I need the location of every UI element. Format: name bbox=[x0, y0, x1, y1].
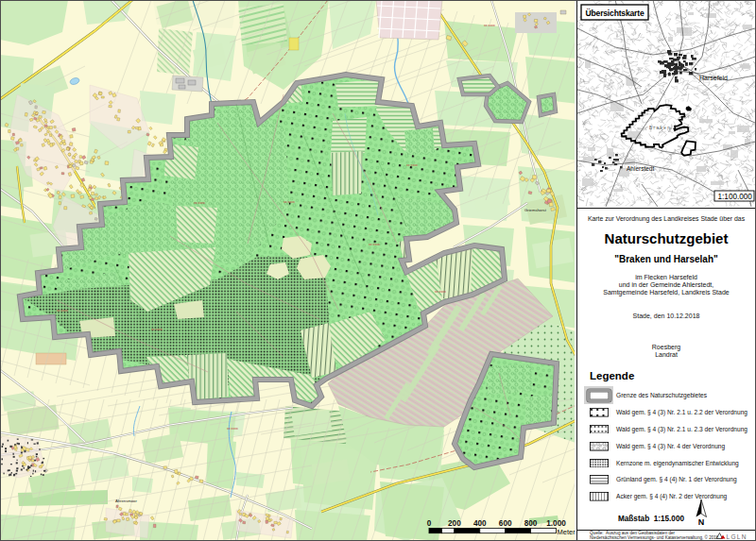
svg-text:xx xxxx: xx xxxx bbox=[369, 243, 380, 246]
svg-text:400: 400 bbox=[473, 519, 487, 528]
svg-text:xx xxxx: xx xxxx bbox=[406, 163, 418, 167]
svg-text:xx xxxx: xx xxxx bbox=[57, 309, 68, 313]
svg-text:Übersichtskarte: Übersichtskarte bbox=[586, 8, 644, 18]
svg-text:Meter: Meter bbox=[558, 528, 576, 536]
svg-text:1:100.000: 1:100.000 bbox=[718, 193, 753, 201]
svg-text:Braken: Braken bbox=[649, 126, 671, 130]
svg-text:Harsefeld: Harsefeld bbox=[699, 75, 728, 81]
svg-text:Ahlerstedt: Ahlerstedt bbox=[627, 165, 654, 172]
svg-text:0: 0 bbox=[427, 519, 432, 528]
svg-text:Ahrensmoor: Ahrensmoor bbox=[115, 499, 137, 503]
svg-text:600: 600 bbox=[499, 519, 512, 528]
svg-text:1.000: 1.000 bbox=[546, 519, 566, 528]
svg-text:xx xxxx: xx xxxx bbox=[435, 290, 446, 294]
svg-text:xx xxxx: xx xxxx bbox=[284, 200, 295, 204]
svg-text:Griemshorst: Griemshorst bbox=[524, 208, 547, 212]
svg-text:xx xxxx: xx xxxx bbox=[227, 427, 238, 431]
svg-text:xx xxxx: xx xxxx bbox=[151, 328, 163, 331]
svg-text:xx xxxx: xx xxxx bbox=[484, 24, 495, 27]
svg-text:800: 800 bbox=[524, 519, 538, 528]
svg-text:xx xxxx: xx xxxx bbox=[194, 201, 205, 205]
svg-text:LGLN: LGLN bbox=[727, 533, 747, 540]
svg-text:200: 200 bbox=[448, 519, 461, 528]
